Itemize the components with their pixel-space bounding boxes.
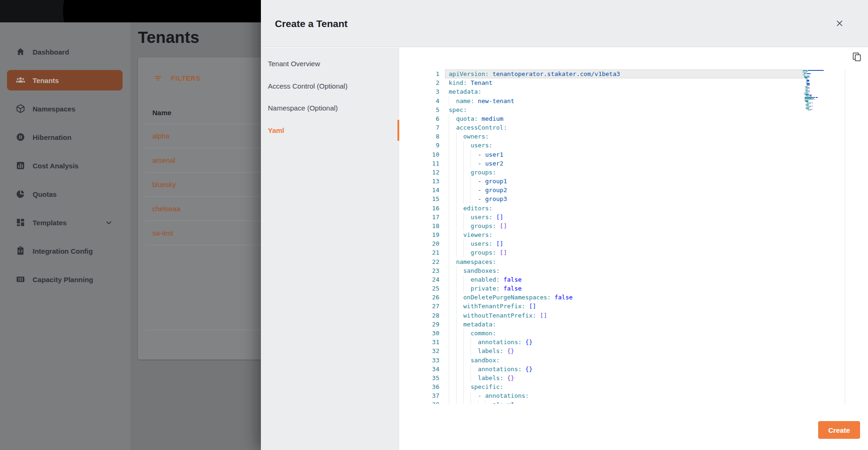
yaml-editor[interactable]: 1apiVersion: tenantoperator.stakater.com… [410, 69, 845, 404]
line-number: 34 [410, 365, 439, 374]
code-line[interactable]: 14- group2 [410, 186, 845, 194]
copy-icon [851, 51, 862, 62]
line-number: 27 [410, 302, 439, 311]
code-line[interactable]: 28withoutTenantPrefix: [] [410, 311, 845, 320]
screen: MTO Console DashboardTenantsNamespacesHi… [0, 0, 868, 450]
modal-nav-namespace-optional[interactable]: Namespace (Optional) [261, 97, 399, 119]
code-line[interactable]: 10- user1 [410, 150, 845, 159]
line-number: 36 [410, 382, 439, 391]
line-number: 23 [410, 266, 439, 275]
copy-button[interactable] [851, 51, 862, 62]
code-line[interactable]: 34annotations: {} [410, 365, 845, 374]
line-number: 25 [410, 284, 439, 293]
code-line[interactable]: 37- annotations: [410, 391, 845, 400]
line-number: 4 [410, 97, 439, 105]
line-number: 28 [410, 311, 439, 320]
code-line[interactable]: 17users: [] [410, 213, 845, 222]
editor-right-border [845, 69, 845, 404]
modal-nav-access-control-optional[interactable]: Access Control (Optional) [261, 75, 399, 97]
code-line[interactable]: 3metadata: [410, 87, 845, 96]
code-line[interactable]: 26onDeletePurgeNamespaces: false [410, 293, 845, 302]
line-number: 37 [410, 391, 439, 400]
line-number: 22 [410, 257, 439, 266]
code-line[interactable]: 19viewers: [410, 230, 845, 239]
code-line[interactable]: 29metadata: [410, 320, 845, 329]
line-number: 8 [410, 132, 439, 141]
close-icon [835, 19, 844, 28]
code-line[interactable]: 9users: [410, 141, 845, 150]
line-number: 6 [410, 114, 439, 123]
code-line[interactable]: 1apiVersion: tenantoperator.stakater.com… [410, 69, 845, 78]
line-number: 24 [410, 275, 439, 284]
code-line[interactable]: 31annotations: {} [410, 338, 845, 346]
code-line[interactable]: 33sandbox: [410, 356, 845, 365]
code-line[interactable]: 8owners: [410, 132, 845, 141]
code-line[interactable]: 27withTenantPrefix: [] [410, 302, 845, 311]
line-number: 35 [410, 374, 439, 382]
line-number: 18 [410, 222, 439, 230]
code-line[interactable]: 18groups: [] [410, 222, 845, 230]
code-line[interactable]: 15- group3 [410, 194, 845, 203]
minimap-line [803, 110, 825, 111]
code-line[interactable]: 22namespaces: [410, 257, 845, 266]
modal-header: Create a Tenant [261, 0, 868, 47]
line-number: 14 [410, 186, 439, 194]
code-line[interactable]: 36specific: [410, 382, 845, 391]
create-tenant-modal: Create a Tenant Tenant OverviewAccess Co… [261, 0, 868, 450]
line-number: 1 [410, 69, 439, 78]
line-number: 12 [410, 168, 439, 177]
line-number: 21 [410, 248, 439, 257]
line-number: 26 [410, 293, 439, 302]
code-line[interactable]: 38a1: v1 [410, 400, 845, 404]
line-number: 9 [410, 141, 439, 150]
line-number: 11 [410, 159, 439, 168]
line-number: 2 [410, 78, 439, 87]
line-number: 5 [410, 105, 439, 114]
modal-step-nav: Tenant OverviewAccess Control (Optional)… [261, 48, 399, 450]
line-number: 20 [410, 239, 439, 248]
line-number: 17 [410, 213, 439, 222]
line-number: 7 [410, 123, 439, 132]
line-number: 16 [410, 204, 439, 213]
code-line[interactable]: 30common: [410, 329, 845, 338]
code-line[interactable]: 20users: [] [410, 239, 845, 248]
code-line[interactable]: 25private: false [410, 284, 845, 293]
code-line[interactable]: 6quota: medium [410, 114, 845, 123]
modal-nav-tenant-overview[interactable]: Tenant Overview [261, 53, 399, 75]
line-number: 10 [410, 150, 439, 159]
line-number: 3 [410, 87, 439, 96]
line-number: 31 [410, 338, 439, 346]
code-line[interactable]: 24enabled: false [410, 275, 845, 284]
code-line[interactable]: 12groups: [410, 168, 845, 177]
line-number: 32 [410, 346, 439, 355]
create-button[interactable]: Create [818, 421, 860, 439]
editor-minimap[interactable] [803, 70, 825, 111]
close-button[interactable] [832, 15, 847, 31]
modal-nav-yaml[interactable]: Yaml [261, 119, 399, 142]
code-line[interactable]: 5spec: [410, 105, 845, 114]
code-line[interactable]: 4name: new-tenant [410, 97, 845, 105]
code-lines: 1apiVersion: tenantoperator.stakater.com… [410, 69, 845, 404]
code-line[interactable]: 16editors: [410, 204, 845, 213]
line-number: 29 [410, 320, 439, 329]
code-line[interactable]: 11- user2 [410, 159, 845, 168]
line-number: 38 [410, 400, 439, 404]
code-line[interactable]: 32labels: {} [410, 346, 845, 355]
code-line[interactable]: 13- group1 [410, 177, 845, 186]
code-line[interactable]: 21groups: [] [410, 248, 845, 257]
code-line[interactable]: 7accessControl: [410, 123, 845, 132]
modal-title: Create a Tenant [275, 18, 348, 29]
line-number: 19 [410, 230, 439, 239]
code-line[interactable]: 35labels: {} [410, 374, 845, 382]
line-number: 30 [410, 329, 439, 338]
yaml-editor-panel: 1apiVersion: tenantoperator.stakater.com… [399, 48, 868, 450]
code-line[interactable]: 2kind: Tenant [410, 78, 845, 87]
line-number: 15 [410, 194, 439, 203]
line-number: 13 [410, 177, 439, 186]
code-line[interactable]: 23sandboxes: [410, 266, 845, 275]
line-number: 33 [410, 356, 439, 365]
